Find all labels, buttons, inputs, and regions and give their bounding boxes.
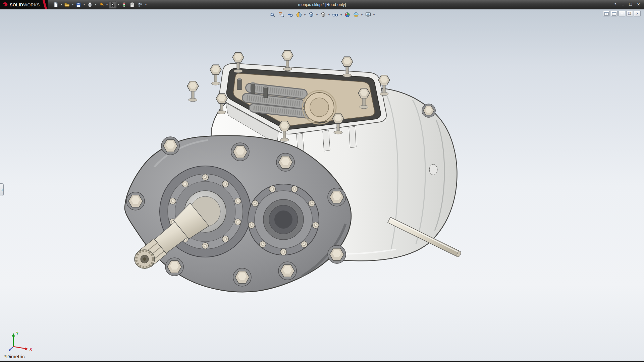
new-dropdown-arrow[interactable]: ▾ [60, 1, 63, 8]
window-bottom-edge [0, 361, 644, 362]
featuremanager-collapse-tab[interactable]: ◂ [0, 183, 4, 196]
doc-minimize-button[interactable]: – [619, 11, 625, 16]
apply-scene-ball-icon [353, 12, 359, 18]
file-properties-button[interactable] [128, 1, 136, 8]
model-internal-gears[interactable] [247, 88, 308, 114]
hide-show-glasses-icon [332, 12, 338, 18]
previous-view-button[interactable] [286, 11, 294, 18]
view-orientation-dropdown-arrow[interactable]: ▾ [316, 13, 319, 16]
brand-red-wedge [42, 0, 47, 9]
select-cursor-icon [110, 2, 115, 7]
pane-layout-button[interactable] [603, 11, 610, 16]
edit-appearance-ball-icon [344, 12, 350, 18]
view-settings-icon [365, 12, 371, 18]
brand-suffix: WORKS [23, 3, 40, 7]
rebuild-traffic-light-icon [121, 2, 127, 7]
save-icon [76, 2, 81, 7]
print-dropdown-arrow[interactable]: ▾ [94, 1, 97, 8]
doc-restore-button[interactable]: ❐ [626, 11, 633, 16]
section-view-icon [296, 12, 302, 18]
new-document-icon [53, 2, 58, 7]
doc-close-button[interactable]: ✕ [634, 11, 641, 16]
display-style-button[interactable] [319, 11, 327, 18]
solidworks-brand: SOLIDWORKS [0, 0, 48, 9]
open-document-button[interactable] [63, 1, 71, 8]
window-controls: ? – ❐ ✕ [612, 2, 644, 8]
ds-logo-icon [2, 2, 8, 7]
solidworks-window: SOLIDWORKS ▾ ▾ [0, 0, 644, 362]
zoom-to-fit-button[interactable] [269, 11, 277, 18]
document-window-controls: – ❐ ✕ [603, 11, 641, 16]
hide-show-dropdown-arrow[interactable]: ▾ [340, 13, 343, 16]
hide-show-items-button[interactable] [331, 11, 339, 18]
zoom-to-area-button[interactable] [277, 11, 286, 18]
undo-icon [99, 2, 104, 7]
minimize-button[interactable]: – [620, 2, 627, 8]
triad-x-label: X [30, 347, 32, 351]
zoom-to-area-icon [278, 12, 284, 18]
apply-scene-dropdown-arrow[interactable]: ▾ [361, 13, 364, 16]
display-style-cube-icon [320, 12, 326, 18]
orientation-triad[interactable]: Y X [6, 329, 38, 353]
pane-layout-icon [604, 12, 609, 16]
new-document-button[interactable] [52, 1, 59, 8]
options-button[interactable] [136, 1, 144, 8]
edit-appearance-button[interactable] [343, 11, 352, 18]
view-orientation-cube-icon [308, 12, 314, 18]
zoom-to-fit-icon [270, 12, 276, 18]
select-tool-button[interactable] [109, 1, 116, 8]
options-dropdown-arrow[interactable]: ▾ [144, 1, 147, 8]
save-button[interactable] [74, 1, 82, 8]
print-icon [87, 2, 93, 7]
viewport-layout-button[interactable] [611, 11, 618, 16]
previous-view-icon [287, 12, 293, 18]
collapse-arrow-icon: ◂ [1, 188, 2, 191]
window-title: menjac sklop * [Read-only] [298, 0, 346, 9]
triad-y-label: Y [16, 331, 19, 335]
viewport-layout-icon [612, 12, 616, 16]
section-view-dropdown-arrow[interactable]: ▾ [304, 13, 307, 16]
graphics-area[interactable]: ▾ ▾ ▾ [0, 9, 644, 362]
options-sliders-icon [138, 2, 143, 7]
brand-prefix: SOLID [10, 3, 23, 7]
select-dropdown-arrow[interactable]: ▾ [117, 1, 120, 8]
titlebar: SOLIDWORKS ▾ ▾ [0, 0, 644, 9]
undo-button[interactable] [97, 1, 105, 8]
maximize-restore-button[interactable]: ❐ [627, 2, 634, 8]
standard-toolbar: ▾ ▾ ▾ [52, 1, 147, 8]
view-settings-dropdown-arrow[interactable]: ▾ [373, 13, 376, 16]
print-button[interactable] [86, 1, 94, 8]
close-button[interactable]: ✕ [635, 2, 642, 8]
help-button[interactable]: ? [612, 2, 619, 8]
save-dropdown-arrow[interactable]: ▾ [83, 1, 86, 8]
open-dropdown-arrow[interactable]: ▾ [71, 1, 74, 8]
heads-up-view-toolbar: ▾ ▾ ▾ [269, 11, 376, 18]
display-style-dropdown-arrow[interactable]: ▾ [328, 13, 331, 16]
view-settings-button[interactable] [364, 11, 372, 18]
open-folder-icon [64, 2, 70, 7]
view-orientation-button[interactable] [307, 11, 315, 18]
rebuild-button[interactable] [120, 1, 128, 8]
gearbox-model[interactable] [0, 9, 644, 362]
model-right-bearing[interactable] [248, 184, 319, 255]
section-view-button[interactable] [295, 11, 303, 18]
file-properties-icon [129, 2, 135, 7]
view-orientation-label: *Dimetric [4, 354, 25, 359]
apply-scene-button[interactable] [352, 11, 360, 18]
undo-dropdown-arrow[interactable]: ▾ [105, 1, 108, 8]
